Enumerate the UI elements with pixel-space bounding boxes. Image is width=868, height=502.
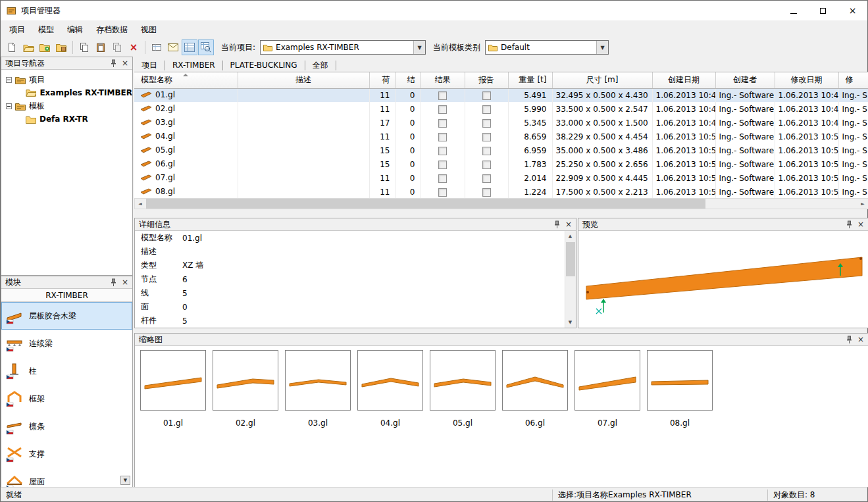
pin-icon[interactable] — [551, 220, 562, 230]
report-checkbox[interactable] — [482, 119, 491, 128]
results-checkbox[interactable] — [438, 147, 447, 155]
header-result-cases[interactable]: 结 — [396, 72, 421, 88]
module-item-purlin[interactable]: 檩条 — [1, 413, 132, 440]
results-checkbox[interactable] — [438, 105, 447, 114]
delete-button[interactable]: × — [126, 39, 141, 55]
preview-view-toggle[interactable] — [198, 39, 214, 55]
thumbnail-item[interactable]: 04.gl — [357, 350, 423, 428]
module-item-frame[interactable]: 框架 — [1, 385, 132, 413]
menu-edit[interactable]: 编辑 — [61, 21, 89, 38]
header-results[interactable]: 结果 — [421, 72, 465, 88]
scroll-left-icon[interactable]: ◄ — [135, 199, 145, 209]
table-row[interactable]: 01.gl 11 0 5.491 32.495 x 0.500 x 4.430 … — [134, 88, 868, 102]
header-model-name[interactable]: 模型名称 — [134, 72, 238, 88]
results-checkbox[interactable] — [438, 119, 447, 128]
menu-project[interactable]: 项目 — [3, 21, 32, 38]
results-checkbox[interactable] — [438, 91, 447, 100]
header-weight[interactable]: 重量 [t] — [508, 72, 552, 88]
tab-all[interactable]: 全部 — [305, 61, 336, 70]
report-checkbox[interactable] — [482, 147, 491, 155]
thumbnail-item[interactable]: 08.gl — [647, 350, 713, 428]
table-view-toggle[interactable] — [182, 39, 197, 55]
scroll-up-icon[interactable]: ▲ — [565, 231, 575, 241]
close-panel-icon[interactable]: × — [120, 278, 130, 288]
details-vertical-scrollbar[interactable]: ▲ ▼ — [565, 231, 576, 328]
results-checkbox[interactable] — [438, 174, 447, 183]
scrollbar-thumb[interactable] — [566, 242, 575, 276]
menu-model[interactable]: 模型 — [32, 21, 61, 38]
scroll-down-icon[interactable]: ▼ — [565, 317, 575, 328]
minimize-button[interactable] — [779, 1, 808, 20]
table-row[interactable]: 05.gl 15 0 6.959 35.000 x 0.500 x 3.486 … — [134, 143, 868, 157]
results-checkbox[interactable] — [438, 161, 447, 169]
table-row[interactable]: 07.gl 11 0 2.014 22.909 x 0.500 x 4.445 … — [134, 171, 868, 185]
tree-node-default-template[interactable]: Defa RX-TR — [1, 113, 132, 126]
tree-expand-toggle[interactable] — [6, 103, 12, 109]
connect-folder-button[interactable] — [37, 39, 53, 55]
thumbnail-item[interactable]: 01.gl — [140, 350, 206, 428]
table-row[interactable]: 04.gl 11 0 8.659 38.229 x 0.500 x 4.454 … — [134, 130, 868, 143]
report-checkbox[interactable] — [482, 133, 491, 141]
table-row[interactable]: 03.gl 17 0 5.345 33.000 x 0.500 x 1.500 … — [134, 116, 868, 130]
header-created[interactable]: 创建日期 — [652, 72, 715, 88]
close-panel-icon[interactable]: × — [855, 335, 866, 345]
module-item-column[interactable]: 柱 — [1, 357, 132, 385]
close-panel-icon[interactable]: × — [120, 59, 130, 68]
maximize-button[interactable] — [808, 1, 838, 20]
tab-rx-timber[interactable]: RX-TIMBER — [165, 61, 223, 70]
scrollbar-thumb[interactable] — [146, 199, 705, 209]
header-load-cases[interactable]: 荷 — [369, 72, 396, 88]
table-row[interactable]: 02.gl 11 0 5.990 33.500 x 0.500 x 2.547 … — [134, 102, 868, 116]
dropdown-arrow-icon[interactable]: ▼ — [413, 41, 425, 54]
module-item-roof[interactable]: 屋面 — [1, 468, 132, 488]
header-size[interactable]: 尺寸 [m] — [552, 72, 652, 88]
tab-plate-buckling[interactable]: PLATE-BUCKLING — [223, 61, 305, 70]
modules-group-header[interactable]: RX-TIMBER — [1, 289, 132, 302]
current-project-combobox[interactable]: Examples RX-TIMBER ▼ — [260, 40, 426, 55]
table-row[interactable]: 06.gl 15 0 1.783 25.250 x 0.500 x 2.656 … — [134, 157, 868, 171]
pin-icon[interactable] — [108, 278, 118, 288]
close-button[interactable]: × — [838, 1, 867, 20]
pin-icon[interactable] — [844, 220, 854, 230]
module-item-glulam-beam[interactable]: 层板胶合木梁 — [1, 302, 132, 330]
tree-node-projects[interactable]: 项目 — [1, 73, 132, 86]
menu-view[interactable]: 视图 — [134, 21, 163, 38]
send-mail-button[interactable] — [165, 39, 181, 55]
close-panel-icon[interactable]: × — [563, 220, 574, 230]
template-category-combobox[interactable]: Default ▼ — [485, 40, 609, 55]
new-project-button[interactable] — [4, 39, 20, 55]
open-project-button[interactable] — [20, 39, 36, 55]
report-checkbox[interactable] — [482, 161, 491, 169]
module-item-bracing[interactable]: 支撑 — [1, 440, 132, 468]
tree-node-examples-rx-timber[interactable]: Examples RX-TIMBER — [1, 86, 132, 99]
dropdown-arrow-icon[interactable]: ▼ — [596, 41, 608, 54]
report-checkbox[interactable] — [482, 91, 491, 100]
module-item-continuous-beam[interactable]: 连续梁 — [1, 330, 132, 357]
close-panel-icon[interactable]: × — [855, 220, 866, 230]
thumbnail-item[interactable]: 03.gl — [285, 350, 351, 428]
duplicate-button[interactable] — [109, 39, 125, 55]
paste-button[interactable] — [93, 39, 109, 55]
results-checkbox[interactable] — [438, 188, 447, 197]
modules-scroll-down-button[interactable]: ▼ — [120, 476, 130, 485]
header-description[interactable]: 描述 — [238, 72, 369, 88]
copy-button[interactable] — [76, 39, 92, 55]
header-report[interactable]: 报告 — [465, 72, 508, 88]
report-checkbox[interactable] — [482, 105, 491, 114]
thumbnail-item[interactable]: 06.gl — [502, 350, 568, 428]
header-creator[interactable]: 创建者 — [715, 72, 775, 88]
menu-archive-data[interactable]: 存档数据 — [89, 21, 134, 38]
thumbnail-item[interactable]: 05.gl — [430, 350, 496, 428]
thumbnail-item[interactable]: 07.gl — [574, 350, 640, 428]
pin-icon[interactable] — [844, 335, 854, 345]
import-table-button[interactable] — [149, 39, 165, 55]
report-checkbox[interactable] — [482, 188, 491, 197]
scroll-right-icon[interactable]: ► — [857, 199, 868, 209]
title-bar[interactable]: 项目管理器 × — [1, 1, 867, 20]
tree-expand-toggle[interactable] — [6, 77, 12, 83]
table-row[interactable]: 08.gl 11 0 1.224 17.500 x 0.500 x 2.213 … — [134, 185, 868, 199]
header-modified[interactable]: 修改日期 — [775, 72, 838, 88]
tab-project[interactable]: 项目 — [134, 61, 165, 70]
header-modifier[interactable]: 修 — [838, 72, 868, 88]
results-checkbox[interactable] — [438, 133, 447, 141]
